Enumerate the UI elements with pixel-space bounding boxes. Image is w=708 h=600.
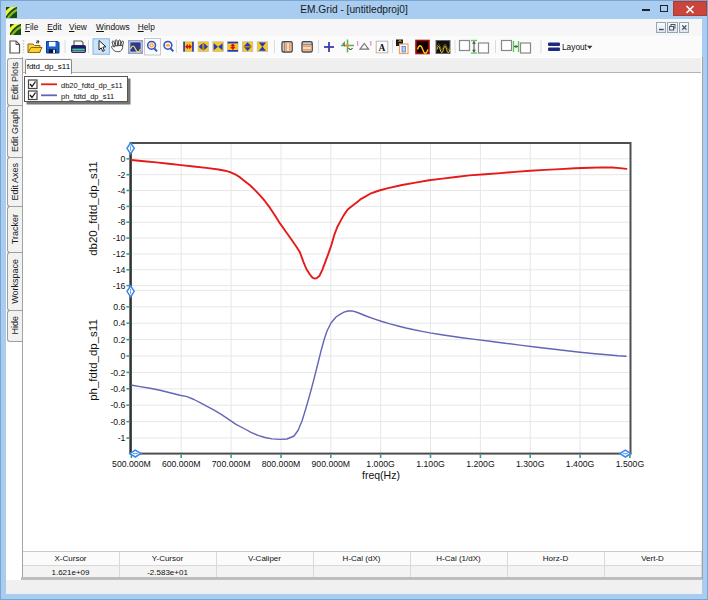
svg-text:-10: -10 [113,233,126,243]
svg-text:0: 0 [121,351,126,361]
svg-text:-0.2: -0.2 [110,368,125,378]
svg-text:1.500G: 1.500G [616,459,645,469]
svg-text:-14: -14 [113,265,126,275]
svg-text:-0.8: -0.8 [110,417,125,427]
svg-text:0: 0 [121,154,126,164]
svg-text:db20_fdtd_dp_s11: db20_fdtd_dp_s11 [87,161,99,255]
svg-text:-2: -2 [118,170,126,180]
svg-text:-16: -16 [113,281,126,291]
svg-text:1.100G: 1.100G [416,459,445,469]
svg-text:ph_fdtd_dp_s11: ph_fdtd_dp_s11 [87,319,99,401]
svg-text:1.000G: 1.000G [366,459,395,469]
svg-text:0.6: 0.6 [113,302,125,312]
svg-text:1.400G: 1.400G [566,459,595,469]
svg-text:-1: -1 [118,433,126,443]
svg-text:-0.6: -0.6 [110,400,125,410]
svg-text:-8: -8 [118,217,126,227]
svg-text:-0.4: -0.4 [110,384,125,394]
svg-text:800.000M: 800.000M [262,459,301,469]
svg-text:700.000M: 700.000M [212,459,251,469]
svg-text:-4: -4 [118,186,126,196]
svg-text:0.2: 0.2 [113,335,125,345]
svg-text:-12: -12 [113,249,126,259]
svg-text:ph_fdtd_dp_s11: ph_fdtd_dp_s11 [61,91,114,100]
svg-text:freq(Hz): freq(Hz) [362,469,400,481]
svg-text:1.200G: 1.200G [466,459,495,469]
svg-text:600.000M: 600.000M [162,459,201,469]
svg-text:500.000M: 500.000M [112,459,151,469]
svg-text:0.4: 0.4 [113,318,125,328]
svg-text:-6: -6 [118,202,126,212]
svg-text:900.000M: 900.000M [311,459,350,469]
svg-text:db20_fdtd_dp_s11: db20_fdtd_dp_s11 [61,80,123,89]
svg-text:1.300G: 1.300G [516,459,545,469]
